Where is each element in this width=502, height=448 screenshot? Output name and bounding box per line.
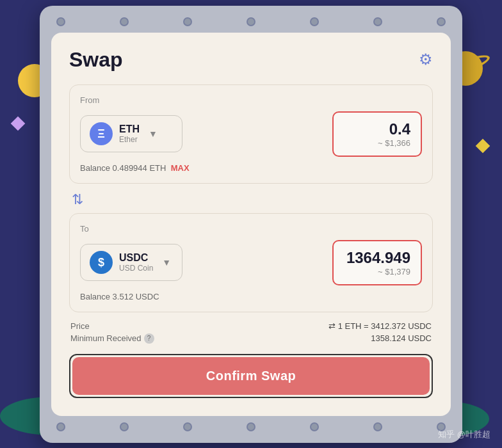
to-section: To $ USDC USD Coin ▼ 1364.949 ~ $1,379 B… xyxy=(69,213,433,312)
to-token-name-block: USDC USD Coin xyxy=(119,252,153,273)
to-label: To xyxy=(80,224,422,234)
to-balance-text: Balance 3.512 USDC xyxy=(80,292,159,301)
swap-card: Swap ⚙ From Ξ ETH Ether ▼ 0.4 ~ $1,366 xyxy=(51,33,451,416)
from-amount-value: 0.4 xyxy=(344,120,410,138)
diamond-right-decoration xyxy=(476,139,490,154)
min-received-value: 1358.124 USDC xyxy=(371,333,432,343)
rivet xyxy=(247,422,255,431)
usdc-icon: $ xyxy=(90,251,113,274)
price-value: ⇄ 1 ETH = 3412.372 USDC xyxy=(328,321,432,331)
price-info: Price ⇄ 1 ETH = 3412.372 USDC Minimum Re… xyxy=(69,321,433,344)
from-token-selector[interactable]: Ξ ETH Ether ▼ xyxy=(80,115,182,152)
min-received-label: Minimum Received ? xyxy=(70,333,154,344)
swap-arrows-button[interactable]: ⇅ xyxy=(69,186,433,213)
from-token-row: Ξ ETH Ether ▼ 0.4 ~ $1,366 xyxy=(80,111,422,157)
to-token-row: $ USDC USD Coin ▼ 1364.949 ~ $1,379 xyxy=(80,240,422,285)
to-token-selector[interactable]: $ USDC USD Coin ▼ xyxy=(80,244,182,281)
rivet xyxy=(183,17,192,26)
rivet xyxy=(120,17,129,26)
diamond-left-decoration xyxy=(11,116,26,131)
to-amount-usd: ~ $1,379 xyxy=(344,267,410,276)
swap-panel: Swap ⚙ From Ξ ETH Ether ▼ 0.4 ~ $1,366 xyxy=(40,6,462,443)
rivet xyxy=(373,17,382,26)
from-balance-row: Balance 0.489944 ETH MAX xyxy=(80,163,422,173)
chevron-down-icon: ▼ xyxy=(149,129,158,139)
to-amount-value: 1364.949 xyxy=(344,249,410,267)
info-icon[interactable]: ? xyxy=(144,333,154,344)
min-received-row: Minimum Received ? 1358.124 USDC xyxy=(70,333,432,344)
from-label: From xyxy=(80,95,422,105)
rivet xyxy=(373,422,382,431)
to-token-symbol: USDC xyxy=(119,252,153,264)
from-amount-box: 0.4 ~ $1,366 xyxy=(332,111,422,157)
rivet xyxy=(183,422,192,431)
rivet xyxy=(310,422,319,431)
from-amount-usd: ~ $1,366 xyxy=(344,138,410,148)
to-balance-row: Balance 3.512 USDC xyxy=(80,292,422,301)
eth-icon: Ξ xyxy=(90,122,113,145)
settings-icon[interactable]: ⚙ xyxy=(419,51,433,68)
rivets-top xyxy=(51,17,451,26)
from-token-symbol: ETH xyxy=(119,124,140,135)
rivet xyxy=(310,17,319,26)
from-section: From Ξ ETH Ether ▼ 0.4 ~ $1,366 Balance … xyxy=(69,84,433,184)
to-amount-box: 1364.949 ~ $1,379 xyxy=(332,240,422,285)
rivets-bottom xyxy=(51,422,451,431)
rivet xyxy=(247,17,255,26)
rivet xyxy=(437,17,446,26)
from-balance-text: Balance 0.489944 ETH xyxy=(80,163,166,173)
watermark: 知乎 @叶胜超 xyxy=(438,429,490,440)
rivet xyxy=(56,17,65,26)
swap-direction-icon: ⇅ xyxy=(72,191,83,208)
token-name-block: ETH Ether xyxy=(119,124,140,144)
confirm-button-wrapper: Confirm Swap xyxy=(69,354,433,398)
max-button[interactable]: MAX xyxy=(171,163,190,173)
page-title: Swap xyxy=(69,48,123,72)
to-token-name: USD Coin xyxy=(119,264,153,273)
price-label: Price xyxy=(70,321,90,331)
confirm-swap-button[interactable]: Confirm Swap xyxy=(72,357,430,395)
card-header: Swap ⚙ xyxy=(69,48,433,72)
rivet xyxy=(56,422,65,431)
rivet xyxy=(120,422,129,431)
chevron-down-icon: ▼ xyxy=(162,257,171,268)
from-token-name: Ether xyxy=(119,135,140,144)
price-row: Price ⇄ 1 ETH = 3412.372 USDC xyxy=(70,321,432,331)
